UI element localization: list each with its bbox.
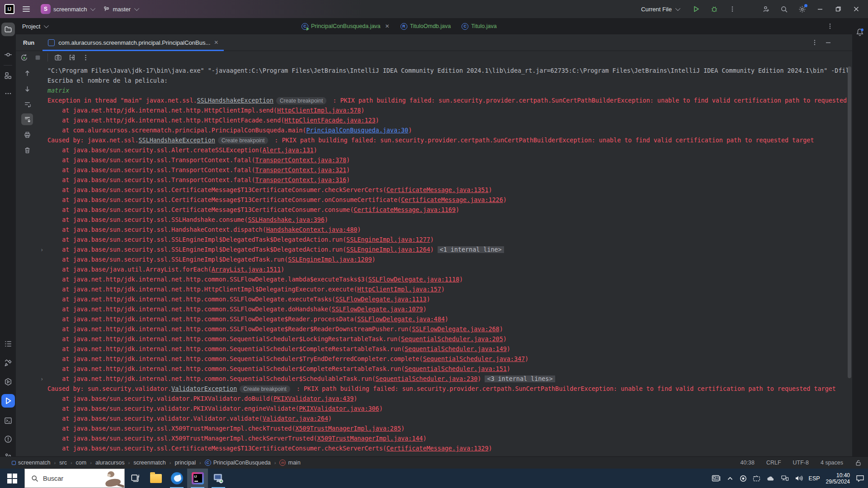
internal-lines-badge[interactable]: <3 internal lines> [485, 375, 555, 382]
stacktrace-link[interactable]: CertificateMessage.java:1351 [387, 187, 489, 193]
maximize-window-button[interactable] [831, 2, 845, 16]
stacktrace-link[interactable]: HandshakeContext.java:480 [266, 226, 358, 233]
stacktrace-link[interactable]: SSLFlowDelegate.java:484 [357, 316, 444, 323]
minimize-window-button[interactable] [813, 2, 827, 16]
breadcrumb-item[interactable]: aluracursos [95, 460, 125, 466]
file-explorer-button[interactable] [146, 469, 166, 488]
encoding-widget[interactable]: UTF-8 [793, 460, 809, 466]
services-stripe-button[interactable] [1, 375, 15, 389]
taskbar-search-input[interactable]: Buscar [24, 469, 125, 488]
stacktrace-link[interactable]: PKIXValidator.java:439 [274, 395, 354, 402]
run-button[interactable] [689, 2, 703, 16]
structure-stripe-button[interactable] [1, 69, 15, 82]
run-console-tab[interactable]: com.aluracursos.screenmatch.principal.Pr… [42, 34, 224, 51]
expand-stack-icon[interactable]: › [41, 245, 47, 255]
soft-wrap-button[interactable] [21, 98, 33, 110]
breadcrumb-item[interactable]: screenmatch [133, 460, 166, 466]
expand-stack-icon[interactable]: › [41, 374, 47, 384]
run-panel-options-icon[interactable] [811, 39, 818, 46]
caret-position-widget[interactable]: 40:38 [741, 460, 755, 466]
indent-widget[interactable]: 4 spaces [821, 460, 843, 466]
create-breakpoint-link[interactable]: Create breakpoint [240, 385, 290, 393]
problems-stripe-button[interactable] [1, 432, 15, 446]
taskbar-clock[interactable]: 10:40 29/5/2024 [826, 472, 850, 485]
onedrive-tray-icon[interactable] [766, 475, 775, 482]
network-tray-icon[interactable] [781, 475, 789, 482]
rerun-button[interactable] [20, 54, 28, 61]
stacktrace-link[interactable]: CertificateMessage.java:1226 [401, 197, 503, 203]
clear-console-button[interactable] [21, 144, 33, 156]
run-stripe-button[interactable] [1, 394, 15, 408]
next-occurrence-button[interactable] [21, 83, 33, 94]
print-button[interactable] [21, 129, 33, 141]
tab-options-icon[interactable] [827, 23, 833, 29]
scrollbar-thumb[interactable] [848, 66, 851, 378]
stacktrace-link[interactable]: X509TrustManagerImpl.java:144 [317, 435, 423, 442]
stacktrace-link[interactable]: TransportContext.java:378 [255, 157, 347, 164]
stacktrace-link[interactable]: CertificateMessage.java:1329 [387, 445, 489, 452]
stacktrace-link[interactable]: SSLFlowDelegate.java:1118 [368, 276, 459, 283]
stacktrace-link[interactable]: Validator.java:264 [263, 415, 328, 422]
tray-capture-icon[interactable] [753, 475, 760, 482]
tray-record-icon[interactable] [740, 475, 747, 482]
console-more-options-icon[interactable] [82, 54, 89, 61]
stacktrace-link[interactable]: SSLHandshakeException [139, 137, 215, 144]
stacktrace-link[interactable]: SSLFlowDelegate.java:1113 [335, 296, 427, 303]
action-center-icon[interactable] [856, 474, 864, 482]
stacktrace-link[interactable]: SequentialScheduler.java:151 [405, 366, 507, 372]
stacktrace-link[interactable]: SSLEngineImpl.java:1277 [346, 236, 430, 243]
more-actions-button[interactable] [725, 2, 740, 16]
thunderbird-button[interactable] [166, 469, 187, 488]
breadcrumb-item[interactable]: principal [175, 460, 196, 466]
export-console-icon[interactable] [68, 54, 76, 61]
stop-button[interactable] [34, 54, 41, 61]
stacktrace-link[interactable]: SSLHandshakeException [197, 97, 274, 104]
stacktrace-link[interactable]: SequentialScheduler.java:149 [405, 346, 507, 352]
stacktrace-link[interactable]: SequentialScheduler.java:205 [401, 336, 503, 343]
stacktrace-link[interactable]: SSLFlowDelegate.java:1079 [332, 306, 423, 313]
scroll-to-end-button[interactable] [21, 113, 33, 125]
stacktrace-link[interactable]: PKIXValidator.java:306 [299, 405, 379, 412]
close-window-button[interactable] [849, 2, 863, 16]
internal-lines-badge[interactable]: <1 internal line> [438, 246, 504, 253]
project-tool-window-selector[interactable]: Project [16, 23, 296, 30]
stacktrace-link[interactable]: ArrayList.java:1511 [212, 266, 281, 273]
create-breakpoint-link[interactable]: Create breakpoint [276, 97, 326, 104]
stacktrace-link[interactable]: CertificateMessage.java:1169 [354, 206, 456, 213]
stacktrace-link[interactable]: HttpClientImpl.java:578 [277, 107, 361, 114]
vcs-branch-widget[interactable]: master [99, 2, 142, 16]
editor-tab[interactable]: RTituloOmdb.java [395, 18, 457, 34]
main-menu-icon[interactable] [23, 6, 30, 12]
console-scrollbar[interactable] [848, 64, 851, 456]
build-stripe-button[interactable] [1, 356, 15, 370]
todo-stripe-button[interactable] [1, 337, 15, 351]
start-button[interactable] [0, 469, 24, 488]
stacktrace-link[interactable]: X509TrustManagerImpl.java:285 [295, 425, 401, 432]
more-tool-windows-button[interactable] [1, 87, 15, 100]
debug-button[interactable] [707, 2, 722, 16]
volume-tray-icon[interactable] [795, 475, 803, 482]
code-with-me-button[interactable] [759, 2, 773, 16]
project-widget[interactable]: S screenmatch [36, 2, 99, 16]
notifications-button[interactable] [853, 25, 867, 39]
commit-stripe-button[interactable] [1, 48, 15, 61]
stacktrace-link[interactable]: TransportContext.java:321 [255, 167, 347, 174]
breadcrumb-item[interactable]: com [76, 460, 87, 466]
stacktrace-link[interactable]: Alert.java:131 [263, 147, 314, 154]
stacktrace-link[interactable]: SSLHandshake.java:396 [248, 216, 324, 223]
task-view-button[interactable] [125, 469, 146, 488]
stacktrace-link[interactable]: TransportContext.java:316 [255, 177, 347, 183]
stacktrace-link[interactable]: SSLEngineImpl.java:1264 [346, 246, 430, 253]
search-everywhere-button[interactable] [777, 2, 791, 16]
stacktrace-link[interactable]: PrincipalConBusqueda.java:30 [306, 127, 408, 134]
file-lock-icon[interactable] [855, 460, 862, 466]
stacktrace-link[interactable]: HttpClientFacade.java:123 [284, 117, 376, 124]
line-ending-widget[interactable]: CRLF [766, 460, 781, 466]
stacktrace-link[interactable]: HttpClientImpl.java:157 [357, 286, 441, 293]
widgets-tray-icon[interactable] [712, 474, 721, 483]
stacktrace-link[interactable]: SSLFlowDelegate.java:268 [412, 326, 499, 333]
breadcrumb-item[interactable]: mmain [279, 460, 300, 466]
close-tab-icon[interactable]: ✕ [214, 39, 218, 46]
language-indicator[interactable]: ESP [809, 475, 820, 482]
remote-desktop-button[interactable] [208, 469, 229, 488]
